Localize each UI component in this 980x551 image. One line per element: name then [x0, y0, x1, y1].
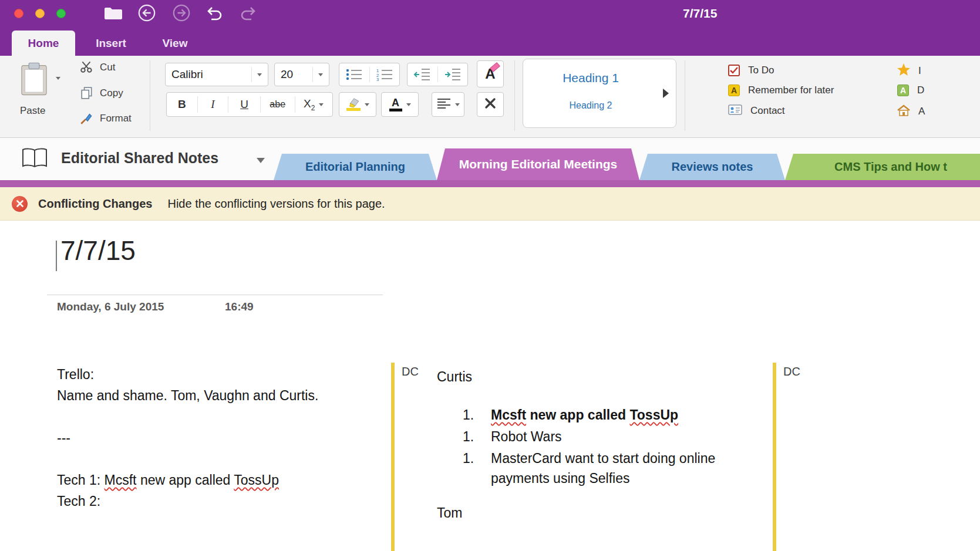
styles-expand-arrow-icon[interactable]: [663, 89, 669, 98]
group-divider: [685, 60, 685, 131]
notebook-dropdown-icon[interactable]: [257, 158, 265, 163]
ribbon: Paste Cut Copy Format Calibri 20: [0, 56, 980, 138]
note-line[interactable]: Tom: [437, 502, 462, 523]
notebook-icon: [21, 147, 48, 171]
style-heading1[interactable]: Heading 1: [523, 71, 658, 85]
page-time: 16:49: [225, 300, 254, 313]
paste-dropdown-icon[interactable]: [56, 77, 60, 80]
misspelled-word: TossUp: [629, 407, 678, 422]
author-initials: DC: [402, 365, 419, 378]
note-line[interactable]: Tech 1: Mcsft new app called TossUp: [57, 469, 386, 491]
minimize-button[interactable]: [35, 9, 45, 18]
text-cursor: [56, 241, 57, 271]
back-button[interactable]: [137, 4, 156, 25]
page-canvas[interactable]: 7/7/15 Monday, 6 July 2015 16:49 Trello:…: [0, 221, 980, 551]
tag-definition[interactable]: A D: [897, 84, 924, 96]
ribbon-tab-home[interactable]: Home: [12, 31, 75, 56]
tag-contact[interactable]: Contact: [728, 104, 785, 117]
scissors-icon[interactable]: [80, 60, 94, 76]
note-block-left[interactable]: Trello: Name and shame. Tom, Vaughn and …: [57, 364, 386, 512]
align-icon: [437, 98, 451, 111]
highlighter-icon: [346, 98, 361, 111]
section-tab-morning-editorial-meetings[interactable]: Morning Editorial Meetings: [437, 148, 639, 180]
open-notebook-folder-icon[interactable]: [103, 5, 123, 23]
bullets-button[interactable]: [339, 63, 369, 86]
ribbon-tab-view[interactable]: View: [147, 31, 203, 56]
conflict-message[interactable]: Hide the conflicting versions for this p…: [167, 197, 385, 211]
delete-button[interactable]: [477, 92, 504, 117]
author-indicator-bar: [773, 363, 776, 551]
list-item[interactable]: 1. Mcsft new app called TossUp: [463, 405, 725, 425]
chevron-down-icon: [257, 73, 262, 76]
copy-button[interactable]: Copy: [100, 87, 123, 99]
font-size-value: 20: [281, 68, 312, 81]
conflict-bar: Conflicting Changes Hide the conflicting…: [0, 187, 980, 221]
increase-indent-button[interactable]: [437, 63, 467, 86]
numbering-button[interactable]: 123: [369, 63, 399, 86]
cut-button[interactable]: Cut: [100, 62, 115, 73]
paste-label[interactable]: Paste: [20, 105, 45, 117]
list-item[interactable]: 1. Robot Wars: [463, 427, 725, 447]
title-underline: [47, 295, 383, 295]
bold-button[interactable]: B: [167, 93, 197, 116]
note-line[interactable]: Curtis: [437, 366, 472, 387]
author-initials: DC: [783, 365, 800, 378]
redo-icon[interactable]: [240, 6, 257, 23]
styles-gallery: Heading 1 Heading 2: [523, 59, 676, 128]
page-title[interactable]: 7/7/15: [60, 235, 136, 266]
group-divider: [150, 60, 150, 131]
highlight-color-button[interactable]: [339, 92, 376, 117]
contact-card-icon: [728, 104, 742, 117]
note-line-blank[interactable]: [57, 448, 386, 469]
tag-address[interactable]: A: [897, 104, 925, 119]
todo-checkbox-icon: [728, 65, 740, 76]
note-line[interactable]: ---: [57, 427, 386, 448]
font-size-select[interactable]: 20: [274, 63, 329, 86]
section-color-strip: [0, 180, 980, 187]
tag-important[interactable]: I: [897, 63, 921, 78]
section-tab-reviews-notes[interactable]: Reviews notes: [639, 154, 785, 180]
list-item[interactable]: 1. MasterCard want to start doing online…: [463, 448, 725, 488]
subscript-button[interactable]: X2: [295, 93, 333, 116]
section-tab-cms-tips[interactable]: CMS Tips and How t: [785, 154, 980, 180]
tag-todo[interactable]: To Do: [728, 65, 774, 76]
numbered-list[interactable]: 1. Mcsft new app called TossUp 1. Robot …: [463, 405, 725, 490]
font-color-icon: A: [389, 97, 402, 111]
misspelled-word: Mcsft: [491, 407, 526, 422]
chevron-down-icon: [455, 103, 460, 106]
underline-button[interactable]: U: [228, 93, 260, 116]
strikethrough-button[interactable]: abe: [261, 93, 295, 116]
misspelled-word: Mcsft: [105, 472, 137, 488]
format-button[interactable]: Format: [100, 113, 132, 124]
close-button[interactable]: [14, 9, 23, 18]
italic-button[interactable]: I: [198, 93, 228, 116]
author-indicator-bar: [391, 363, 395, 551]
chevron-down-icon: [406, 103, 411, 106]
notebook-name[interactable]: Editorial Shared Notes: [61, 150, 218, 167]
clear-formatting-button[interactable]: A: [477, 60, 504, 87]
font-color-button[interactable]: A: [381, 92, 419, 117]
window-title: 7/7/15: [683, 6, 717, 21]
font-family-select[interactable]: Calibri: [165, 63, 268, 86]
paste-button[interactable]: [19, 62, 49, 99]
star-icon: [897, 63, 910, 78]
ribbon-tab-insert[interactable]: Insert: [75, 31, 147, 56]
page-date: Monday, 6 July 2015: [57, 300, 164, 313]
copy-icon[interactable]: [80, 86, 93, 102]
format-painter-icon[interactable]: [79, 112, 93, 127]
forward-button[interactable]: [172, 4, 191, 25]
note-line[interactable]: Trello:: [57, 364, 386, 385]
chevron-down-icon: [318, 73, 323, 76]
zoom-button[interactable]: [56, 9, 66, 18]
paragraph-alignment-button[interactable]: [432, 92, 464, 117]
note-line[interactable]: Name and shame. Tom, Vaughn and Curtis.: [57, 385, 386, 406]
section-tab-editorial-planning[interactable]: Editorial Planning: [274, 154, 437, 180]
undo-icon[interactable]: [206, 6, 223, 23]
note-line[interactable]: Tech 2:: [57, 491, 386, 512]
tag-remember-for-later[interactable]: A Remember for later: [728, 84, 834, 96]
list-buttons-group: 123: [339, 63, 400, 86]
decrease-indent-button[interactable]: [408, 63, 437, 86]
note-line-blank[interactable]: [57, 406, 386, 427]
font-family-value: Calibri: [171, 68, 251, 81]
style-heading2[interactable]: Heading 2: [523, 100, 658, 111]
